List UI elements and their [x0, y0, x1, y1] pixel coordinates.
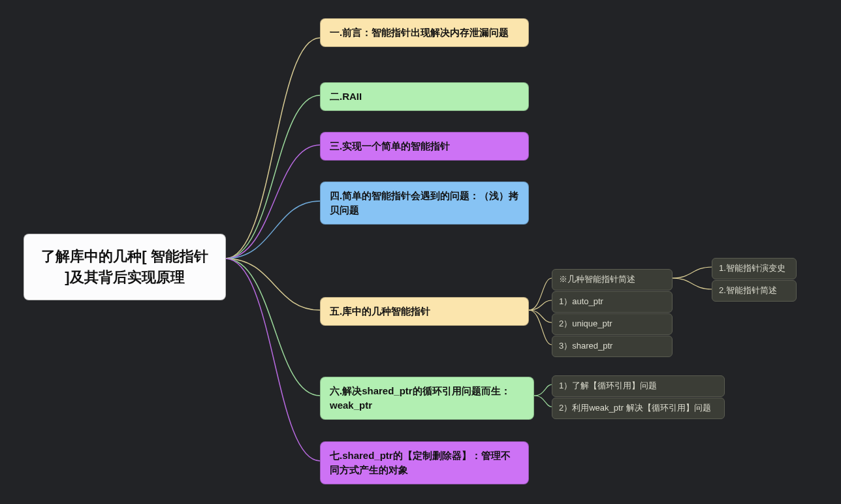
node-label: 1.智能指针演变史 [719, 263, 785, 273]
node-label: 1）auto_ptr [559, 296, 603, 306]
node-library-ptrs[interactable]: 五.库中的几种智能指针 [320, 297, 529, 326]
node-label: 五.库中的几种智能指针 [330, 306, 430, 317]
node-label: 2）利用weak_ptr 解决【循环引用】问题 [559, 403, 711, 413]
node-label: 2.智能指针简述 [719, 285, 777, 295]
node-label: 三.实现一个简单的智能指针 [330, 140, 450, 151]
node-ptr-history[interactable]: 1.智能指针演变史 [712, 258, 797, 279]
node-label: 七.shared_ptr的【定制删除器】：管理不同方式产生的对象 [330, 450, 511, 475]
node-custom-deleter[interactable]: 七.shared_ptr的【定制删除器】：管理不同方式产生的对象 [320, 441, 529, 484]
node-copy-problem[interactable]: 四.简单的智能指针会遇到的问题：（浅）拷贝问题 [320, 181, 529, 225]
node-ptr-brief[interactable]: 2.智能指针简述 [712, 280, 797, 302]
node-preface[interactable]: 一.前言：智能指针出现解决内存泄漏问题 [320, 18, 529, 47]
node-label: 一.前言：智能指针出现解决内存泄漏问题 [330, 27, 509, 38]
node-label: 六.解决shared_ptr的循环引用问题而生：weak_ptr [330, 385, 511, 411]
node-label: 1）了解【循环引用】问题 [559, 381, 657, 390]
node-ptr-summary[interactable]: ※几种智能指针简述 [552, 269, 673, 291]
node-simple-impl[interactable]: 三.实现一个简单的智能指针 [320, 132, 529, 161]
node-shared-ptr[interactable]: 3）shared_ptr [552, 336, 673, 357]
node-unique-ptr[interactable]: 2）unique_ptr [552, 313, 673, 335]
node-label: ※几种智能指针简述 [559, 274, 635, 284]
mindmap-canvas: 了解库中的几种[ 智能指针 ]及其背后实现原理 一.前言：智能指针出现解决内存泄… [0, 0, 841, 504]
node-label: 2）unique_ptr [559, 319, 612, 328]
node-weak-ptr[interactable]: 六.解决shared_ptr的循环引用问题而生：weak_ptr [320, 377, 534, 420]
node-circular-understand[interactable]: 1）了解【循环引用】问题 [552, 375, 725, 397]
node-circular-solve[interactable]: 2）利用weak_ptr 解决【循环引用】问题 [552, 398, 725, 419]
node-label: 二.RAII [330, 91, 362, 102]
node-raii[interactable]: 二.RAII [320, 82, 529, 111]
root-label: 了解库中的几种[ 智能指针 ]及其背后实现原理 [41, 248, 208, 285]
node-label: 四.简单的智能指针会遇到的问题：（浅）拷贝问题 [330, 190, 518, 215]
node-auto-ptr[interactable]: 1）auto_ptr [552, 291, 673, 313]
node-label: 3）shared_ptr [559, 341, 612, 351]
root-node[interactable]: 了解库中的几种[ 智能指针 ]及其背后实现原理 [24, 234, 226, 300]
